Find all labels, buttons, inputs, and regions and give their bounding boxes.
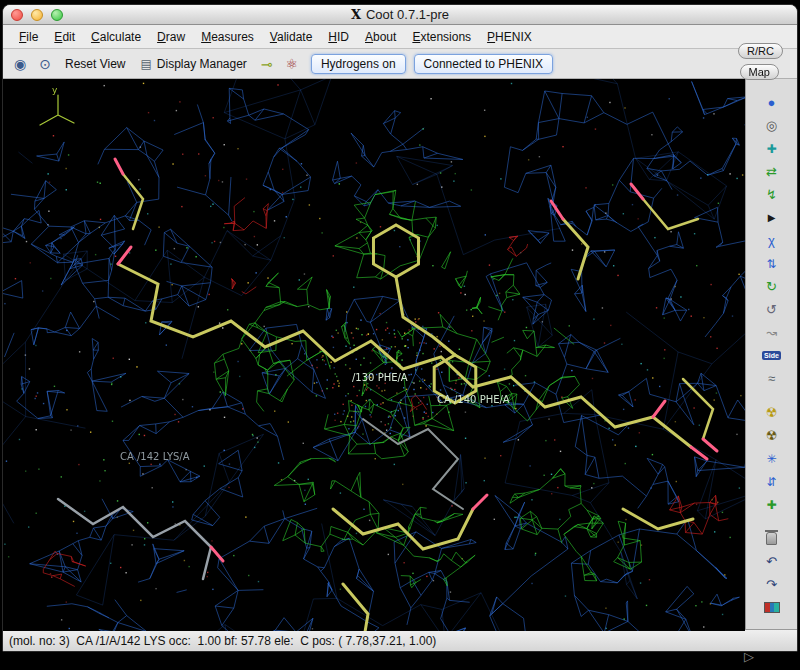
radiation-refine-icon-glyph: ☢ bbox=[766, 405, 778, 420]
delete-item-icon[interactable] bbox=[761, 528, 783, 549]
undo-icon[interactable]: ↶ bbox=[761, 551, 783, 572]
rrc-button[interactable]: R/RC bbox=[738, 43, 783, 59]
status-text: (mol. no: 3) CA /1/A/142 LYS occ: 1.00 b… bbox=[9, 634, 436, 648]
canvas-area: /130 PHE/ACA /140 PHE/ACA /142 LYS/A bbox=[3, 79, 745, 629]
menu-measures[interactable]: Measures bbox=[193, 27, 262, 47]
zoom-button[interactable] bbox=[51, 9, 63, 21]
sphere-refine-icon-glyph: ● bbox=[768, 95, 776, 110]
sphere-refine-icon[interactable]: ● bbox=[761, 92, 783, 113]
traffic-lights bbox=[11, 9, 63, 21]
menu-phenix[interactable]: PHENIX bbox=[479, 27, 540, 47]
rotamer-cycle-icon-glyph: ↺ bbox=[766, 302, 777, 317]
close-button[interactable] bbox=[11, 9, 23, 21]
toolbar: ◉⊙Reset View▤Display Manager⊸⚛Hydrogens … bbox=[3, 49, 797, 79]
redo-icon[interactable]: ↷ bbox=[761, 574, 783, 595]
pointer-icon[interactable]: ▶ bbox=[761, 207, 783, 228]
x11-app-icon: X bbox=[351, 7, 361, 22]
main-content: /130 PHE/ACA /140 PHE/ACA /142 LYS/A ●◎✚… bbox=[3, 79, 797, 629]
display-manager-icon: ▤ bbox=[140, 57, 151, 71]
radiation-regularize-icon-glyph: ☢ bbox=[766, 428, 778, 443]
rock-view-icon[interactable]: ◉ bbox=[9, 53, 31, 75]
rigid-body-fit-icon-glyph: ✚ bbox=[766, 142, 776, 156]
pepflip-icon-glyph: ✳ bbox=[766, 452, 776, 466]
spin-view-icon[interactable]: ⊙ bbox=[34, 53, 56, 75]
menu-file[interactable]: File bbox=[11, 27, 46, 47]
radiation-refine-icon[interactable]: ☢ bbox=[761, 402, 783, 423]
cis-trans-icon[interactable]: ⇵ bbox=[761, 471, 783, 492]
radiation-regularize-icon[interactable]: ☢ bbox=[761, 425, 783, 446]
side-text-glyph: Side bbox=[762, 351, 781, 360]
menu-edit[interactable]: Edit bbox=[46, 27, 83, 47]
torsion-general-icon-glyph: ⇅ bbox=[766, 257, 776, 271]
torsion-general-icon[interactable]: ⇅ bbox=[761, 253, 783, 274]
desktop: { "window": { "title": "Coot 0.7.1-pre",… bbox=[0, 0, 800, 670]
titlebar[interactable]: X Coot 0.7.1-pre bbox=[3, 5, 797, 25]
trash-glyph bbox=[766, 532, 777, 545]
menu-calculate[interactable]: Calculate bbox=[83, 27, 149, 47]
rotate-translate-zone-icon[interactable]: ⇄ bbox=[761, 161, 783, 182]
pepflip-icon[interactable]: ✳ bbox=[761, 448, 783, 469]
menu-draw[interactable]: Draw bbox=[149, 27, 193, 47]
backrub-rotamer-icon[interactable]: ↝ bbox=[761, 322, 783, 343]
jiggle-fit-icon-glyph: ≈ bbox=[768, 371, 775, 386]
flag-glyph bbox=[764, 602, 780, 613]
jiggle-fit-icon[interactable]: ≈ bbox=[761, 368, 783, 389]
coot-window: X Coot 0.7.1-pre FileEditCalculateDrawMe… bbox=[2, 4, 798, 652]
flip-peptide-icon[interactable]: ↻ bbox=[761, 276, 783, 297]
menubar: FileEditCalculateDrawMeasuresValidateHID… bbox=[3, 25, 797, 49]
redo-icon-glyph: ↷ bbox=[766, 577, 777, 592]
model-toolbar: ●◎✚⇄↯▶χ⇅↻↺↝Side≈☢☢✳⇵✚↶↷ bbox=[745, 79, 797, 629]
menu-validate[interactable]: Validate bbox=[262, 27, 321, 47]
pointer-icon-glyph: ▶ bbox=[768, 212, 776, 223]
rotate-translate-zone-icon-glyph: ⇄ bbox=[766, 164, 777, 179]
add-terminal-residue-icon[interactable]: ✚ bbox=[761, 494, 783, 515]
add-terminal-residue-icon-glyph: ✚ bbox=[766, 498, 776, 512]
edit-chi-angles-icon-glyph: χ bbox=[768, 233, 775, 248]
menu-extensions[interactable]: Extensions bbox=[404, 27, 479, 47]
phenix-connection-button[interactable]: Connected to PHENIX bbox=[414, 54, 553, 74]
cis-trans-icon-glyph: ⇵ bbox=[766, 475, 776, 489]
resize-grip-icon[interactable]: ▷ bbox=[744, 650, 754, 663]
gl-canvas[interactable] bbox=[3, 79, 745, 631]
rotamer-cycle-icon[interactable]: ↺ bbox=[761, 299, 783, 320]
menu-hid[interactable]: HID bbox=[320, 27, 357, 47]
flip-peptide-icon-glyph: ↻ bbox=[766, 279, 777, 294]
display-manager-button-label: Display Manager bbox=[157, 57, 247, 71]
backrub-rotamer-icon-glyph: ↝ bbox=[766, 325, 777, 340]
refinement-options-icon-glyph: ◎ bbox=[766, 118, 777, 133]
side-chain-180-icon[interactable]: Side bbox=[761, 345, 783, 366]
add-hydrogens-icon[interactable]: ⊸ bbox=[256, 53, 278, 75]
minimize-button[interactable] bbox=[31, 9, 43, 21]
hydrogens-toggle-button[interactable]: Hydrogens on bbox=[311, 54, 406, 74]
window-title: X Coot 0.7.1-pre bbox=[351, 7, 449, 22]
menu-about[interactable]: About bbox=[357, 27, 404, 47]
environment-distances-icon[interactable]: ⚛ bbox=[281, 53, 303, 75]
auto-fit-rotamer-icon[interactable]: ↯ bbox=[761, 184, 783, 205]
edit-chi-angles-icon[interactable]: χ bbox=[761, 230, 783, 251]
undo-icon-glyph: ↶ bbox=[766, 554, 777, 569]
map-button[interactable]: Map bbox=[740, 64, 779, 80]
reset-view-button-label: Reset View bbox=[65, 57, 125, 71]
auto-fit-rotamer-icon-glyph: ↯ bbox=[766, 187, 777, 202]
display-manager-button[interactable]: ▤Display Manager bbox=[134, 54, 252, 74]
rigid-body-fit-icon[interactable]: ✚ bbox=[761, 138, 783, 159]
reset-view-button[interactable]: Reset View bbox=[59, 54, 131, 74]
display-control-flag-icon[interactable] bbox=[761, 597, 783, 618]
window-title-text: Coot 0.7.1-pre bbox=[366, 7, 449, 22]
statusbar: (mol. no: 3) CA /1/A/142 LYS occ: 1.00 b… bbox=[3, 629, 797, 651]
refinement-options-icon[interactable]: ◎ bbox=[761, 115, 783, 136]
